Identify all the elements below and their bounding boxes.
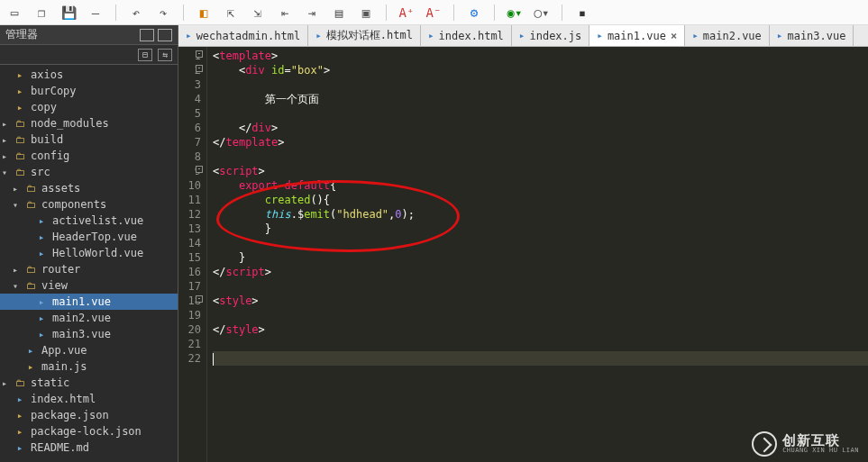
line-number[interactable]: 8 [178, 149, 201, 164]
line-number[interactable]: 10 [178, 178, 201, 193]
step-right-icon[interactable]: ⇥ [305, 5, 319, 20]
tree-item-README-md[interactable]: ▸README.md [0, 439, 178, 456]
tree-item-package-json[interactable]: ▸package.json [0, 407, 178, 423]
tree-item-HelloWorld-vue[interactable]: ▸HelloWorld.vue [0, 245, 178, 261]
tree-item-main3-vue[interactable]: ▸main3.vue [0, 326, 178, 342]
step-left-icon[interactable]: ⇤ [278, 5, 292, 20]
chevron-right-icon[interactable]: ▸ [13, 265, 23, 275]
line-number[interactable]: 5 [178, 106, 201, 121]
code-line[interactable]: export default{ [213, 178, 868, 193]
tree-item-burCopy[interactable]: ▸burCopy [0, 83, 178, 99]
code-line[interactable] [213, 308, 868, 322]
code-line[interactable]: <template> [213, 49, 868, 63]
code-line[interactable]: <div id="box"> [213, 63, 868, 77]
code-editor[interactable]: 1-2-3456789-101112131415161718-19202122 … [178, 47, 868, 462]
settings-icon[interactable]: ⚙ [467, 5, 481, 20]
tab-index-js[interactable]: ▸index.js [512, 25, 589, 46]
tree-item-view[interactable]: ▾🗀view [0, 277, 178, 294]
line-number[interactable]: 19 [178, 308, 201, 322]
line-number[interactable]: 7 [178, 135, 201, 149]
line-number[interactable]: 16 [178, 265, 201, 279]
font-decrease-icon[interactable]: A⁻ [426, 5, 441, 20]
tree-item-src[interactable]: ▾🗀src [0, 164, 178, 180]
line-number[interactable]: 4 [178, 92, 201, 106]
code-line[interactable]: </div> [213, 121, 868, 135]
line-number[interactable]: 14 [178, 236, 201, 250]
tree-item-activelist-vue[interactable]: ▸activelist.vue [0, 213, 178, 229]
file-tree[interactable]: ▸axios▸burCopy▸copy▸🗀node_modules▸🗀build… [0, 65, 178, 462]
code-line[interactable] [213, 149, 868, 164]
redo-icon[interactable]: ↷ [156, 5, 170, 20]
tree-item-config[interactable]: ▸🗀config [0, 148, 178, 164]
tree-item-router[interactable]: ▸🗀router [0, 261, 178, 277]
code-line[interactable]: created(){ [213, 193, 868, 207]
tree-item-index-html[interactable]: ▸index.html [0, 391, 178, 407]
line-number[interactable]: 13 [178, 222, 201, 236]
tree-item-main2-vue[interactable]: ▸main2.vue [0, 310, 178, 326]
tab-wechatadmin-html[interactable]: ▸wechatadmin.html [178, 25, 308, 46]
line-number[interactable]: 2- [178, 63, 201, 77]
code-line[interactable]: <style> [213, 294, 868, 308]
line-number[interactable]: 3 [178, 77, 201, 92]
jump-up-icon[interactable]: ⇱ [224, 5, 238, 20]
chevron-right-icon[interactable]: ▸ [2, 378, 13, 388]
bookmark-icon[interactable]: ◧ [196, 5, 211, 20]
jump-down-icon[interactable]: ⇲ [251, 5, 265, 20]
tree-item-copy[interactable]: ▸copy [0, 99, 178, 115]
tree-item-assets[interactable]: ▸🗀assets [0, 180, 178, 196]
code-content[interactable]: <template> <div id="box"> 第一个页面 </div></… [207, 47, 868, 462]
tree-item-axios[interactable]: ▸axios [0, 67, 178, 83]
chevron-right-icon[interactable]: ▸ [2, 119, 13, 129]
code-line[interactable]: 第一个页面 [213, 92, 868, 106]
chevron-down-icon[interactable]: ▾ [13, 281, 23, 291]
code-line[interactable] [213, 77, 868, 92]
tab-main3-vue[interactable]: ▸main3.vue [770, 25, 854, 46]
tree-item-node_modules[interactable]: ▸🗀node_modules [0, 115, 178, 131]
line-number[interactable]: 15 [178, 250, 201, 265]
line-number[interactable]: 21 [178, 337, 201, 351]
chevron-right-icon[interactable]: ▸ [2, 151, 13, 161]
code-line[interactable]: </style> [213, 322, 868, 337]
line-number[interactable]: 22 [178, 351, 201, 366]
chrome-icon[interactable]: ◯▾ [535, 5, 549, 20]
fold-icon[interactable]: - [196, 295, 203, 303]
undo-icon[interactable]: ↶ [129, 5, 143, 20]
duplicate-icon[interactable]: ❐ [34, 5, 49, 20]
fold-icon[interactable]: - [196, 166, 203, 173]
code-line[interactable] [213, 351, 868, 366]
line-number[interactable]: 17 [178, 279, 201, 294]
code-line[interactable] [213, 106, 868, 121]
panel-split-icon[interactable] [158, 29, 172, 41]
window-icon[interactable]: ▣ [359, 5, 373, 20]
fold-icon[interactable]: - [196, 65, 203, 72]
close-icon[interactable]: × [671, 30, 677, 42]
line-number[interactable]: 6 [178, 121, 201, 135]
tree-item-HeaderTop-vue[interactable]: ▸HeaderTop.vue [0, 229, 178, 245]
tree-item-components[interactable]: ▾🗀components [0, 196, 178, 213]
new-file-icon[interactable]: ▭ [7, 5, 22, 20]
code-line[interactable] [213, 337, 868, 351]
layout-icon[interactable]: ▤ [332, 5, 346, 20]
line-number[interactable]: 1- [178, 49, 201, 63]
tab-main2-vue[interactable]: ▸main2.vue [685, 25, 770, 46]
chevron-right-icon[interactable]: ▸ [13, 184, 23, 194]
line-number[interactable]: 11 [178, 193, 201, 207]
tab-模拟对话框-html[interactable]: ▸模拟对话框.html [308, 25, 421, 46]
chevron-right-icon[interactable]: ▸ [2, 135, 13, 145]
fold-icon[interactable]: - [196, 50, 203, 58]
panel-layout-icon[interactable] [140, 29, 154, 41]
code-line[interactable]: } [213, 250, 868, 265]
tree-item-main1-vue[interactable]: ▸main1.vue [0, 294, 178, 310]
link-editor-icon[interactable]: ⇆ [158, 49, 172, 61]
tree-item-build[interactable]: ▸🗀build [0, 131, 178, 148]
code-line[interactable]: <script> [213, 164, 868, 178]
code-line[interactable]: } [213, 222, 868, 236]
collapse-all-icon[interactable]: ⊟ [138, 49, 152, 61]
code-line[interactable] [213, 279, 868, 294]
tree-item-static[interactable]: ▸🗀static [0, 375, 178, 391]
font-increase-icon[interactable]: A⁺ [399, 5, 414, 20]
line-number[interactable]: 9- [178, 164, 201, 178]
code-line[interactable]: </script> [213, 265, 868, 279]
code-line[interactable]: </template> [213, 135, 868, 149]
tree-item-App-vue[interactable]: ▸App.vue [0, 342, 178, 358]
